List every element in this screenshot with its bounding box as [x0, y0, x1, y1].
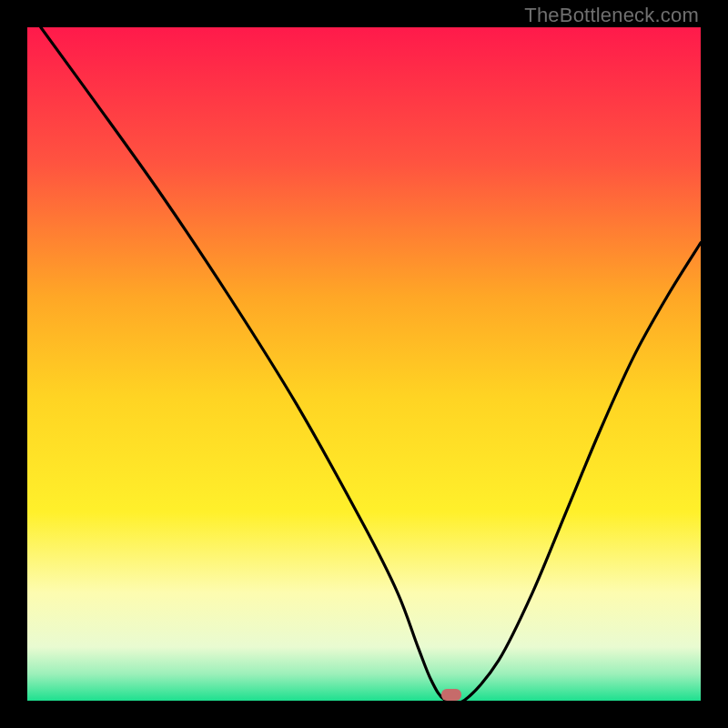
- bottleneck-curve: [41, 27, 701, 701]
- watermark-text: TheBottleneck.com: [524, 4, 699, 27]
- optimal-point-marker: [441, 689, 461, 701]
- plot-area: [27, 27, 701, 701]
- chart-frame: TheBottleneck.com: [0, 0, 728, 728]
- curve-svg: [27, 27, 701, 701]
